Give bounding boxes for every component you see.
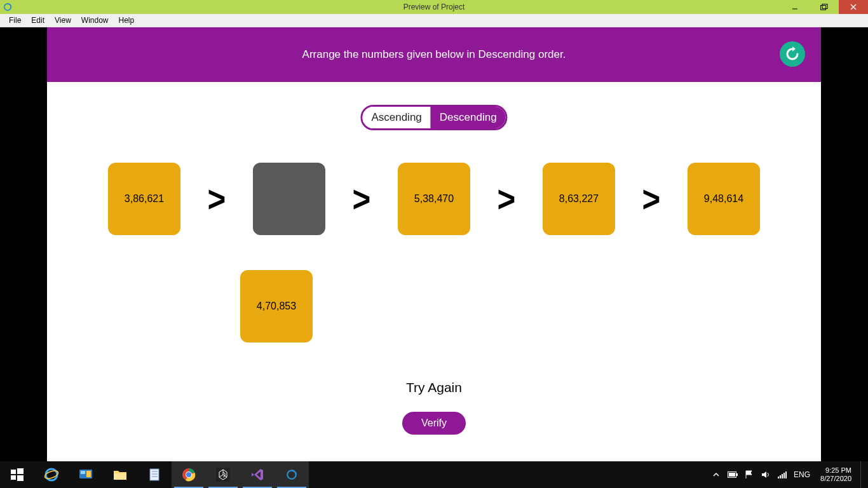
- instruction-header: Arrange the numbers given below in Desce…: [47, 27, 821, 82]
- svg-point-22: [186, 472, 191, 477]
- refresh-button[interactable]: [780, 41, 805, 67]
- available-card-area: 4,70,853: [240, 270, 313, 342]
- tray-battery-icon[interactable]: [728, 470, 738, 480]
- slot-card-1[interactable]: 3,86,621: [108, 163, 180, 235]
- taskbar-unity-icon[interactable]: [206, 461, 240, 488]
- svg-rect-9: [17, 475, 24, 481]
- instruction-text: Arrange the numbers given below in Desce…: [302, 48, 566, 61]
- taskbar-app-icon[interactable]: [275, 461, 309, 488]
- taskbar: ENG 9:25 PM 8/27/2020: [0, 461, 868, 488]
- minimize-button[interactable]: [780, 0, 810, 14]
- svg-rect-16: [150, 469, 159, 480]
- taskbar-visualstudio-icon[interactable]: [240, 461, 275, 488]
- start-button[interactable]: [0, 461, 34, 488]
- toggle-descending[interactable]: Descending: [431, 107, 506, 128]
- svg-rect-8: [11, 475, 16, 480]
- tray-date: 8/27/2020: [820, 475, 851, 483]
- svg-rect-3: [822, 4, 827, 9]
- system-tray: ENG 9:25 PM 8/27/2020: [711, 461, 868, 488]
- svg-rect-2: [821, 6, 826, 10]
- tray-speaker-icon[interactable]: [761, 470, 771, 480]
- svg-rect-15: [114, 473, 126, 480]
- svg-rect-28: [778, 477, 779, 478]
- toggle-ascending[interactable]: Ascending: [362, 107, 430, 128]
- greater-than-icon: >: [476, 180, 538, 217]
- refresh-icon: [785, 46, 800, 62]
- slot-card-3[interactable]: 5,38,470: [398, 163, 470, 235]
- verify-button[interactable]: Verify: [402, 412, 466, 435]
- svg-rect-29: [780, 475, 781, 478]
- tray-flag-icon[interactable]: [744, 470, 754, 480]
- slot-card-5[interactable]: 9,48,614: [688, 163, 760, 235]
- show-desktop-button[interactable]: [860, 461, 864, 488]
- slot-card-4[interactable]: 8,63,227: [543, 163, 615, 235]
- menu-window[interactable]: Window: [76, 15, 114, 26]
- svg-rect-26: [736, 473, 738, 476]
- slot-card-2-empty[interactable]: [253, 163, 325, 235]
- taskbar-desktop-icon[interactable]: [69, 461, 103, 488]
- svg-rect-13: [81, 471, 85, 474]
- greater-than-icon: >: [186, 180, 248, 217]
- menu-view[interactable]: View: [50, 15, 76, 26]
- title-bar: Preview of Project: [0, 0, 868, 14]
- tray-network-icon[interactable]: [777, 470, 787, 480]
- svg-rect-31: [783, 473, 785, 478]
- close-button[interactable]: [839, 0, 868, 14]
- window-title: Preview of Project: [403, 3, 465, 11]
- draggable-card[interactable]: 4,70,853: [240, 270, 313, 342]
- sort-toggle: Ascending Descending: [360, 105, 507, 130]
- svg-rect-7: [17, 468, 24, 474]
- svg-rect-32: [785, 471, 787, 478]
- greater-than-icon: >: [331, 180, 393, 217]
- taskbar-ie-icon[interactable]: [34, 461, 69, 488]
- slot-row: 3,86,621 > > 5,38,470 > 8,63,227 > 9,48,…: [47, 163, 821, 235]
- app-logo-icon: [1, 1, 14, 13]
- menu-file[interactable]: File: [4, 15, 26, 26]
- taskbar-notepad-icon[interactable]: [137, 461, 172, 488]
- app-stage: Arrange the numbers given below in Desce…: [47, 27, 821, 461]
- status-text: Try Again: [406, 380, 462, 395]
- stage-wrapper: Arrange the numbers given below in Desce…: [0, 27, 868, 461]
- svg-rect-30: [782, 474, 783, 478]
- svg-rect-27: [729, 473, 735, 477]
- menu-edit[interactable]: Edit: [26, 15, 50, 26]
- menu-help[interactable]: Help: [114, 15, 140, 26]
- tray-chevron-up-icon[interactable]: [711, 470, 721, 480]
- taskbar-chrome-icon[interactable]: [172, 461, 206, 488]
- maximize-button[interactable]: [810, 0, 839, 14]
- greater-than-icon: >: [621, 180, 682, 217]
- svg-rect-6: [11, 470, 16, 474]
- tray-time: 9:25 PM: [820, 466, 851, 475]
- window-controls: [780, 0, 868, 14]
- tray-language[interactable]: ENG: [794, 470, 810, 479]
- taskbar-explorer-icon[interactable]: [103, 461, 137, 488]
- tray-clock[interactable]: 9:25 PM 8/27/2020: [817, 466, 851, 483]
- svg-rect-14: [86, 471, 91, 477]
- menu-bar: File Edit View Window Help: [0, 14, 868, 27]
